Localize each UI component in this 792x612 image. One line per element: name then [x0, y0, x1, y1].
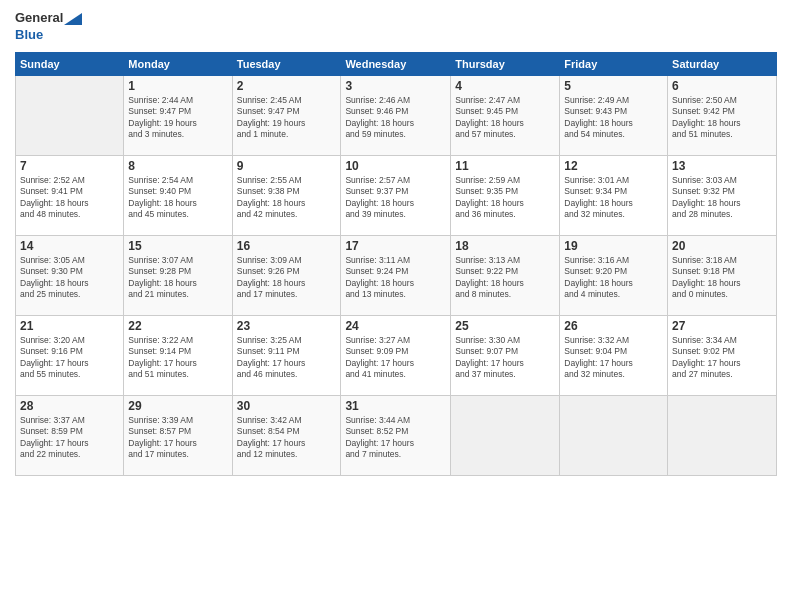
- calendar-cell: [451, 395, 560, 475]
- calendar-cell: 20Sunrise: 3:18 AM Sunset: 9:18 PM Dayli…: [668, 235, 777, 315]
- day-info: Sunrise: 3:34 AM Sunset: 9:02 PM Dayligh…: [672, 335, 772, 381]
- day-info: Sunrise: 2:52 AM Sunset: 9:41 PM Dayligh…: [20, 175, 119, 221]
- calendar-cell: 11Sunrise: 2:59 AM Sunset: 9:35 PM Dayli…: [451, 155, 560, 235]
- calendar-cell: 1Sunrise: 2:44 AM Sunset: 9:47 PM Daylig…: [124, 75, 232, 155]
- calendar-cell: 18Sunrise: 3:13 AM Sunset: 9:22 PM Dayli…: [451, 235, 560, 315]
- day-number: 18: [455, 239, 555, 253]
- calendar-cell: 2Sunrise: 2:45 AM Sunset: 9:47 PM Daylig…: [232, 75, 341, 155]
- day-info: Sunrise: 3:18 AM Sunset: 9:18 PM Dayligh…: [672, 255, 772, 301]
- calendar-cell: 7Sunrise: 2:52 AM Sunset: 9:41 PM Daylig…: [16, 155, 124, 235]
- day-number: 15: [128, 239, 227, 253]
- header-friday: Friday: [560, 52, 668, 75]
- day-info: Sunrise: 2:50 AM Sunset: 9:42 PM Dayligh…: [672, 95, 772, 141]
- logo-blue: Blue: [15, 27, 43, 42]
- calendar-cell: 26Sunrise: 3:32 AM Sunset: 9:04 PM Dayli…: [560, 315, 668, 395]
- logo-arrow-icon: [64, 13, 82, 25]
- calendar-cell: 10Sunrise: 2:57 AM Sunset: 9:37 PM Dayli…: [341, 155, 451, 235]
- day-number: 10: [345, 159, 446, 173]
- header-monday: Monday: [124, 52, 232, 75]
- day-number: 16: [237, 239, 337, 253]
- calendar-cell: 9Sunrise: 2:55 AM Sunset: 9:38 PM Daylig…: [232, 155, 341, 235]
- calendar-cell: 12Sunrise: 3:01 AM Sunset: 9:34 PM Dayli…: [560, 155, 668, 235]
- header-sunday: Sunday: [16, 52, 124, 75]
- calendar-week-row: 21Sunrise: 3:20 AM Sunset: 9:16 PM Dayli…: [16, 315, 777, 395]
- calendar-cell: 3Sunrise: 2:46 AM Sunset: 9:46 PM Daylig…: [341, 75, 451, 155]
- day-info: Sunrise: 3:32 AM Sunset: 9:04 PM Dayligh…: [564, 335, 663, 381]
- day-number: 4: [455, 79, 555, 93]
- day-info: Sunrise: 3:30 AM Sunset: 9:07 PM Dayligh…: [455, 335, 555, 381]
- calendar-cell: 24Sunrise: 3:27 AM Sunset: 9:09 PM Dayli…: [341, 315, 451, 395]
- day-number: 2: [237, 79, 337, 93]
- day-info: Sunrise: 3:25 AM Sunset: 9:11 PM Dayligh…: [237, 335, 337, 381]
- day-info: Sunrise: 2:54 AM Sunset: 9:40 PM Dayligh…: [128, 175, 227, 221]
- header-saturday: Saturday: [668, 52, 777, 75]
- calendar-cell: [668, 395, 777, 475]
- day-info: Sunrise: 3:44 AM Sunset: 8:52 PM Dayligh…: [345, 415, 446, 461]
- day-number: 25: [455, 319, 555, 333]
- day-info: Sunrise: 3:03 AM Sunset: 9:32 PM Dayligh…: [672, 175, 772, 221]
- calendar-week-row: 28Sunrise: 3:37 AM Sunset: 8:59 PM Dayli…: [16, 395, 777, 475]
- calendar-cell: 23Sunrise: 3:25 AM Sunset: 9:11 PM Dayli…: [232, 315, 341, 395]
- header-thursday: Thursday: [451, 52, 560, 75]
- day-info: Sunrise: 3:11 AM Sunset: 9:24 PM Dayligh…: [345, 255, 446, 301]
- header-wednesday: Wednesday: [341, 52, 451, 75]
- day-number: 28: [20, 399, 119, 413]
- calendar-cell: 14Sunrise: 3:05 AM Sunset: 9:30 PM Dayli…: [16, 235, 124, 315]
- calendar-cell: 5Sunrise: 2:49 AM Sunset: 9:43 PM Daylig…: [560, 75, 668, 155]
- calendar-cell: 16Sunrise: 3:09 AM Sunset: 9:26 PM Dayli…: [232, 235, 341, 315]
- day-info: Sunrise: 2:55 AM Sunset: 9:38 PM Dayligh…: [237, 175, 337, 221]
- day-info: Sunrise: 3:27 AM Sunset: 9:09 PM Dayligh…: [345, 335, 446, 381]
- calendar-cell: 4Sunrise: 2:47 AM Sunset: 9:45 PM Daylig…: [451, 75, 560, 155]
- calendar-cell: 30Sunrise: 3:42 AM Sunset: 8:54 PM Dayli…: [232, 395, 341, 475]
- header: General Blue: [15, 10, 777, 44]
- day-info: Sunrise: 3:22 AM Sunset: 9:14 PM Dayligh…: [128, 335, 227, 381]
- day-number: 9: [237, 159, 337, 173]
- day-info: Sunrise: 3:37 AM Sunset: 8:59 PM Dayligh…: [20, 415, 119, 461]
- day-number: 3: [345, 79, 446, 93]
- calendar-cell: [16, 75, 124, 155]
- day-info: Sunrise: 2:44 AM Sunset: 9:47 PM Dayligh…: [128, 95, 227, 141]
- day-info: Sunrise: 3:20 AM Sunset: 9:16 PM Dayligh…: [20, 335, 119, 381]
- day-info: Sunrise: 3:07 AM Sunset: 9:28 PM Dayligh…: [128, 255, 227, 301]
- logo-container: General Blue: [15, 10, 82, 44]
- calendar-cell: [560, 395, 668, 475]
- calendar-cell: 27Sunrise: 3:34 AM Sunset: 9:02 PM Dayli…: [668, 315, 777, 395]
- calendar-cell: 22Sunrise: 3:22 AM Sunset: 9:14 PM Dayli…: [124, 315, 232, 395]
- day-info: Sunrise: 3:16 AM Sunset: 9:20 PM Dayligh…: [564, 255, 663, 301]
- day-number: 31: [345, 399, 446, 413]
- day-number: 20: [672, 239, 772, 253]
- calendar-cell: 15Sunrise: 3:07 AM Sunset: 9:28 PM Dayli…: [124, 235, 232, 315]
- calendar-cell: 29Sunrise: 3:39 AM Sunset: 8:57 PM Dayli…: [124, 395, 232, 475]
- day-number: 5: [564, 79, 663, 93]
- day-number: 23: [237, 319, 337, 333]
- day-info: Sunrise: 2:49 AM Sunset: 9:43 PM Dayligh…: [564, 95, 663, 141]
- day-info: Sunrise: 2:47 AM Sunset: 9:45 PM Dayligh…: [455, 95, 555, 141]
- svg-marker-0: [64, 13, 82, 25]
- day-number: 14: [20, 239, 119, 253]
- day-info: Sunrise: 3:42 AM Sunset: 8:54 PM Dayligh…: [237, 415, 337, 461]
- calendar-header-row: SundayMondayTuesdayWednesdayThursdayFrid…: [16, 52, 777, 75]
- day-number: 11: [455, 159, 555, 173]
- calendar-table: SundayMondayTuesdayWednesdayThursdayFrid…: [15, 52, 777, 476]
- calendar-cell: 6Sunrise: 2:50 AM Sunset: 9:42 PM Daylig…: [668, 75, 777, 155]
- page: General Blue SundayMondayTuesdayWednesda…: [0, 0, 792, 612]
- day-number: 17: [345, 239, 446, 253]
- day-number: 30: [237, 399, 337, 413]
- day-info: Sunrise: 3:13 AM Sunset: 9:22 PM Dayligh…: [455, 255, 555, 301]
- logo: General Blue: [15, 10, 82, 44]
- day-number: 1: [128, 79, 227, 93]
- calendar-cell: 21Sunrise: 3:20 AM Sunset: 9:16 PM Dayli…: [16, 315, 124, 395]
- calendar-cell: 19Sunrise: 3:16 AM Sunset: 9:20 PM Dayli…: [560, 235, 668, 315]
- day-info: Sunrise: 2:45 AM Sunset: 9:47 PM Dayligh…: [237, 95, 337, 141]
- day-number: 7: [20, 159, 119, 173]
- day-number: 27: [672, 319, 772, 333]
- logo-text: General Blue: [15, 10, 82, 44]
- calendar-cell: 25Sunrise: 3:30 AM Sunset: 9:07 PM Dayli…: [451, 315, 560, 395]
- day-number: 21: [20, 319, 119, 333]
- day-info: Sunrise: 2:59 AM Sunset: 9:35 PM Dayligh…: [455, 175, 555, 221]
- day-info: Sunrise: 3:01 AM Sunset: 9:34 PM Dayligh…: [564, 175, 663, 221]
- day-info: Sunrise: 3:39 AM Sunset: 8:57 PM Dayligh…: [128, 415, 227, 461]
- calendar-week-row: 1Sunrise: 2:44 AM Sunset: 9:47 PM Daylig…: [16, 75, 777, 155]
- calendar-cell: 13Sunrise: 3:03 AM Sunset: 9:32 PM Dayli…: [668, 155, 777, 235]
- day-number: 24: [345, 319, 446, 333]
